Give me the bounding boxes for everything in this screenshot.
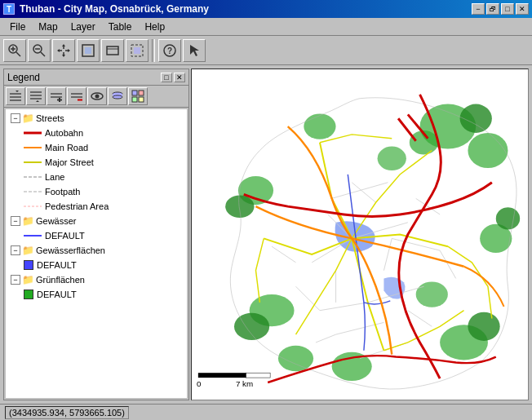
svg-rect-32 — [71, 96, 82, 98]
pedestrian-label: Pedestrian Area — [45, 201, 109, 211]
map-svg: 0 7 km — [192, 69, 528, 400]
svg-text:0: 0 — [197, 379, 202, 388]
legend-undock-button[interactable]: □ — [161, 73, 172, 82]
streets-expand[interactable]: − — [11, 113, 20, 123]
title-bar: T Thuban - City Map, Osnabrück, Germany … — [0, 0, 532, 18]
tree-item-majorstreet[interactable]: Major Street — [7, 155, 185, 170]
svg-marker-9 — [57, 49, 60, 52]
gruenflaechen-default-label: DEFAULT — [37, 290, 77, 299]
pan-tool[interactable] — [52, 39, 75, 62]
gewaesser-default-symbol — [24, 232, 42, 240]
zoom-out-tool[interactable] — [28, 39, 51, 62]
svg-point-65 — [378, 147, 406, 170]
lane-label: Lane — [45, 172, 64, 182]
window-controls: − 🗗 □ ✕ — [472, 3, 529, 15]
legend-title: Legend — [7, 72, 40, 83]
tree-item-gewaesser-default[interactable]: DEFAULT — [7, 228, 185, 243]
svg-marker-8 — [62, 55, 65, 57]
tree-item-pedestrian[interactable]: Pedestrian Area — [7, 199, 185, 214]
svg-rect-13 — [107, 46, 118, 55]
status-bar: (3434935.934, 5793665.105) — [0, 404, 532, 420]
legend-panel: Legend □ ✕ — [3, 69, 189, 400]
gewaesserflaechen-label: Gewässerflächen — [36, 245, 105, 255]
legend-layer-tool[interactable] — [108, 87, 127, 105]
tree-item-autobahn[interactable]: Autobahn — [7, 126, 185, 140]
legend-tool-1[interactable] — [6, 87, 25, 105]
svg-rect-25 — [30, 98, 42, 99]
footpath-symbol — [24, 188, 42, 196]
zoom-extent-tool[interactable] — [77, 39, 100, 62]
autobahn-symbol — [24, 129, 42, 137]
svg-rect-27 — [51, 93, 62, 95]
svg-rect-31 — [71, 93, 82, 95]
svg-rect-88 — [198, 373, 246, 378]
svg-rect-16 — [134, 47, 140, 54]
gewaesser-expand[interactable]: − — [11, 216, 20, 226]
svg-rect-40 — [139, 91, 144, 95]
svg-point-35 — [95, 95, 100, 99]
tree-item-footpath[interactable]: Footpath — [7, 184, 185, 199]
select-tool[interactable] — [183, 39, 206, 62]
menu-help[interactable]: Help — [138, 20, 171, 34]
gewaesserflaechen-default-label: DEFAULT — [37, 260, 77, 270]
svg-point-53 — [460, 104, 492, 133]
gewaesser-label: Gewässer — [36, 216, 77, 226]
maximize-button[interactable]: □ — [501, 3, 514, 15]
svg-line-1 — [16, 52, 20, 56]
svg-point-52 — [468, 133, 508, 168]
legend-toolbar — [4, 86, 188, 108]
gruenflaechen-color-swatch — [24, 290, 33, 299]
menu-file[interactable]: File — [3, 20, 32, 34]
mainroad-label: Main Road — [45, 143, 88, 153]
map-area[interactable]: 0 7 km — [191, 69, 529, 400]
svg-rect-39 — [132, 91, 137, 95]
zoom-in-tool[interactable] — [3, 39, 26, 62]
tree-item-gruenflaechen-default[interactable]: DEFAULT — [7, 287, 185, 302]
legend-classify-tool[interactable] — [128, 87, 148, 105]
footpath-label: Footpath — [45, 187, 80, 197]
svg-rect-24 — [30, 95, 42, 96]
close-button[interactable]: ✕ — [516, 3, 529, 15]
svg-rect-21 — [10, 99, 21, 101]
gruenflaechen-folder-icon: 📁 — [22, 274, 34, 285]
legend-tool-3[interactable] — [47, 87, 66, 105]
gruenflaechen-expand[interactable]: − — [11, 275, 20, 285]
tree-group-gruenflaechen[interactable]: − 📁 Grünflächen — [7, 272, 185, 287]
restore-button[interactable]: 🗗 — [486, 3, 499, 15]
legend-visibility-tool[interactable] — [87, 87, 107, 105]
identify-tool[interactable]: ? — [158, 39, 181, 62]
svg-rect-41 — [132, 97, 137, 102]
gewaesserflaechen-color-swatch — [24, 260, 33, 270]
tree-item-mainroad[interactable]: Main Road — [7, 140, 185, 155]
svg-point-60 — [234, 313, 269, 340]
svg-point-62 — [468, 312, 499, 341]
menu-table[interactable]: Table — [102, 20, 139, 34]
gewaesserflaechen-expand[interactable]: − — [11, 245, 20, 255]
mainroad-symbol — [24, 144, 42, 152]
tree-group-gewaesserflaechen[interactable]: − 📁 Gewässerflächen — [7, 243, 185, 258]
zoom-selected-tool[interactable] — [126, 39, 149, 62]
tree-group-streets[interactable]: − 📁 Streets — [7, 111, 185, 126]
majorstreet-label: Major Street — [45, 157, 94, 167]
pedestrian-symbol — [24, 202, 42, 210]
coordinate-display: (3434935.934, 5793665.105) — [5, 406, 129, 419]
svg-rect-23 — [30, 91, 42, 93]
lane-symbol — [24, 173, 42, 181]
legend-close-button[interactable]: ✕ — [174, 73, 185, 82]
legend-tool-2[interactable] — [26, 87, 46, 105]
tree-item-gewaesserflaechen-default[interactable]: DEFAULT — [7, 258, 185, 272]
tree-item-lane[interactable]: Lane — [7, 170, 185, 184]
legend-tree: − 📁 Streets Autobahn Main Road — [6, 109, 187, 398]
menu-layer[interactable]: Layer — [64, 20, 102, 34]
toolbar-separator — [152, 39, 155, 62]
menu-map[interactable]: Map — [32, 20, 64, 34]
minimize-button[interactable]: − — [472, 3, 485, 15]
svg-point-58 — [496, 207, 520, 229]
tree-group-gewaesser[interactable]: − 📁 Gewässer — [7, 214, 185, 228]
legend-controls: □ ✕ — [161, 73, 185, 82]
majorstreet-symbol — [24, 158, 42, 166]
svg-rect-28 — [51, 96, 62, 98]
legend-tool-4[interactable] — [67, 87, 86, 105]
svg-rect-19 — [10, 93, 21, 95]
zoom-layer-tool[interactable] — [101, 39, 124, 62]
